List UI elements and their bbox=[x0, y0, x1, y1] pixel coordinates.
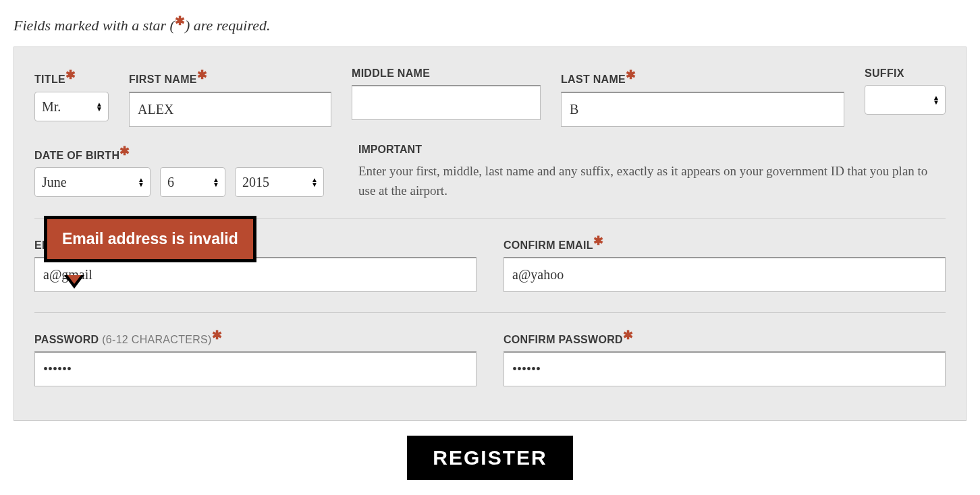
important-heading: IMPORTANT bbox=[358, 144, 946, 156]
dob-year-select[interactable]: 2015 bbox=[236, 168, 323, 196]
hint-prefix: Fields marked with a star ( bbox=[13, 17, 175, 34]
password-input[interactable] bbox=[34, 351, 477, 386]
star-icon: ✱ bbox=[593, 234, 603, 248]
middle-name-field-group: MIDDLE NAME bbox=[352, 67, 541, 126]
title-select[interactable]: Mr. bbox=[35, 92, 84, 121]
title-select-wrap[interactable]: Mr. ▲▼ bbox=[34, 92, 109, 121]
star-icon: ✱ bbox=[119, 144, 130, 158]
title-label-text: TITLE bbox=[34, 74, 65, 86]
last-name-label-text: LAST NAME bbox=[561, 74, 626, 86]
first-name-field-group: FIRST NAME✱ bbox=[129, 67, 331, 126]
hint-suffix: ) are required. bbox=[185, 17, 270, 34]
confirm-email-field-group: CONFIRM EMAIL✱ bbox=[503, 233, 946, 292]
last-name-input[interactable] bbox=[561, 92, 844, 127]
star-icon: ✱ bbox=[623, 328, 633, 342]
chevron-updown-icon: ▲▼ bbox=[96, 102, 103, 111]
suffix-label-text: SUFFIX bbox=[865, 67, 904, 79]
confirm-password-label: CONFIRM PASSWORD✱ bbox=[503, 328, 946, 346]
suffix-label: SUFFIX bbox=[865, 67, 946, 80]
dob-row: DATE OF BIRTH✱ June ▲▼ 6 ▲▼ 20 bbox=[34, 144, 946, 201]
dob-label: DATE OF BIRTH✱ bbox=[34, 144, 338, 162]
first-name-label-text: FIRST NAME bbox=[129, 74, 197, 86]
last-name-field-group: LAST NAME✱ bbox=[561, 67, 844, 126]
dob-year-wrap[interactable]: 2015 ▲▼ bbox=[235, 167, 324, 197]
email-error-tooltip: Email address is invalid bbox=[44, 216, 256, 262]
divider bbox=[34, 312, 946, 313]
suffix-select-wrap[interactable]: ▲▼ bbox=[865, 85, 946, 115]
password-hint-text: (6-12 CHARACTERS) bbox=[102, 334, 211, 345]
password-row: PASSWORD (6-12 CHARACTERS)✱ CONFIRM PASS… bbox=[34, 328, 946, 386]
important-note: IMPORTANT Enter your first, middle, last… bbox=[358, 144, 946, 201]
middle-name-label: MIDDLE NAME bbox=[352, 67, 541, 80]
star-icon: ✱ bbox=[175, 14, 185, 28]
required-fields-hint: Fields marked with a star (✱) are requir… bbox=[13, 13, 967, 34]
confirm-password-label-text: CONFIRM PASSWORD bbox=[503, 334, 623, 345]
important-body: Enter your first, middle, last name and … bbox=[358, 161, 946, 201]
dob-field-group: DATE OF BIRTH✱ June ▲▼ 6 ▲▼ 20 bbox=[34, 144, 338, 197]
dob-day-wrap[interactable]: 6 ▲▼ bbox=[160, 167, 225, 197]
middle-name-label-text: MIDDLE NAME bbox=[352, 67, 430, 79]
suffix-field-group: SUFFIX ▲▼ bbox=[865, 67, 946, 126]
star-icon: ✱ bbox=[197, 68, 207, 82]
confirm-email-label: CONFIRM EMAIL✱ bbox=[503, 233, 946, 252]
title-field-group: TITLE✱ Mr. ▲▼ bbox=[34, 67, 109, 126]
star-icon: ✱ bbox=[65, 68, 76, 82]
dob-label-text: DATE OF BIRTH bbox=[34, 150, 119, 161]
first-name-input[interactable] bbox=[129, 92, 331, 127]
dob-day-select[interactable]: 6 bbox=[161, 168, 225, 196]
email-error-text: Email address is invalid bbox=[62, 230, 238, 248]
password-label-text: PASSWORD bbox=[34, 334, 99, 345]
password-label: PASSWORD (6-12 CHARACTERS)✱ bbox=[34, 328, 477, 346]
password-field-group: PASSWORD (6-12 CHARACTERS)✱ bbox=[34, 328, 477, 386]
last-name-label: LAST NAME✱ bbox=[561, 67, 844, 86]
star-icon: ✱ bbox=[626, 68, 636, 82]
confirm-email-label-text: CONFIRM EMAIL bbox=[503, 239, 593, 251]
register-wrap: REGISTER bbox=[13, 436, 967, 480]
middle-name-input[interactable] bbox=[352, 85, 541, 120]
confirm-email-input[interactable] bbox=[503, 257, 946, 292]
title-label: TITLE✱ bbox=[34, 67, 109, 86]
dob-select-group: June ▲▼ 6 ▲▼ 2015 ▲▼ bbox=[34, 167, 338, 197]
confirm-password-input[interactable] bbox=[503, 351, 946, 386]
confirm-password-field-group: CONFIRM PASSWORD✱ bbox=[503, 328, 946, 386]
star-icon: ✱ bbox=[212, 328, 222, 342]
name-row: TITLE✱ Mr. ▲▼ FIRST NAME✱ MIDDLE NAME bbox=[34, 67, 946, 126]
suffix-select[interactable] bbox=[865, 86, 940, 114]
registration-form: TITLE✱ Mr. ▲▼ FIRST NAME✱ MIDDLE NAME bbox=[13, 47, 967, 421]
register-button[interactable]: REGISTER bbox=[407, 436, 572, 480]
dob-month-wrap[interactable]: June ▲▼ bbox=[34, 167, 151, 197]
first-name-label: FIRST NAME✱ bbox=[129, 67, 331, 86]
dob-month-select[interactable]: June bbox=[35, 168, 150, 196]
